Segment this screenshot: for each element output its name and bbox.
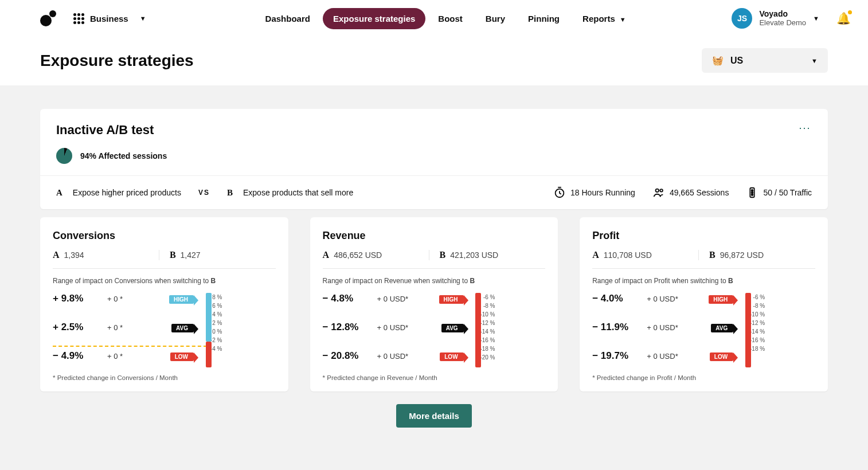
region-value: US [730,56,804,66]
low-tag: LOW [440,352,463,361]
avg-pred: + 0 USD* [377,323,432,332]
metrics-row: ConversionsA1,394B1,427Range of impact o… [40,217,828,391]
low-tag: LOW [170,352,194,361]
traffic-split: 50 / 50 Traffic [746,186,812,199]
low-pct: − 19.7% [592,350,647,362]
low-pred: + 0 USD* [377,352,432,361]
variant-b-value: 96,872 USD [720,250,764,260]
avg-pred: + 0 * [107,323,162,332]
variant-b-value: 1,427 [181,250,201,260]
avg-tag: AVG [441,324,464,332]
gauge [746,293,750,367]
footnote: * Predicted change in Profit / Month [592,374,815,381]
high-pct: + 9.8% [53,293,107,304]
footnote: * Predicted change in Revenue / Month [323,374,546,381]
nav-bury[interactable]: Bury [475,8,515,29]
high-pred: + 0 * [107,295,162,303]
ab-test-title: Inactive A/B test [56,123,167,138]
caret-down-icon: ▼ [811,57,818,64]
high-tag: HIGH [709,295,733,304]
low-pred: + 0 USD* [647,352,701,361]
variant-b-label: B [170,250,176,260]
avg-pct: − 11.9% [592,322,647,333]
sub-bar: Exposure strategies 🧺 US ▼ [0,37,868,86]
low-pct: − 20.8% [323,350,377,362]
avatar: JS [732,8,752,29]
footnote: * Predicted change in Conversions / Mont… [53,374,276,381]
high-pct: − 4.8% [323,293,377,304]
metric-title: Conversions [53,230,276,242]
top-bar: Business ▼ Dashboard Exposure strategies… [0,0,868,37]
high-tag: HIGH [439,295,464,304]
content: Inactive A/B test 94% Affected sessions … [0,86,868,470]
running-time: 18 Hours Running [553,186,635,199]
high-pred: + 0 USD* [377,295,432,303]
impact-label: Range of impact on Profit when switching… [592,277,815,285]
logo [40,10,56,26]
nav-dashboard[interactable]: Dashboard [255,8,320,29]
more-details-button[interactable]: More details [396,404,472,428]
nav-exposure-strategies[interactable]: Exposure strategies [323,8,425,29]
notifications-icon[interactable]: 🔔 [836,11,851,25]
page-title: Exposure strategies [40,52,194,70]
variant-b-label: B [440,250,446,260]
nav-pinning[interactable]: Pinning [518,8,570,29]
avg-tag: AVG [711,324,733,332]
user-text: Voyado Elevate Demo [759,10,806,27]
timer-icon [553,186,566,199]
user-env: Elevate Demo [759,19,806,27]
pie-icon [56,148,72,164]
impact-label: Range of impact on Revenue when switchin… [323,277,546,285]
business-selector[interactable]: Business ▼ [73,13,146,24]
more-menu-icon[interactable]: ⋮ [798,123,812,133]
high-tag: HIGH [169,295,194,304]
svg-point-2 [660,189,663,192]
high-pred: + 0 USD* [647,295,701,303]
impact-label: Range of impact on Conversions when swit… [53,277,276,285]
caret-down-icon: ▼ [620,16,626,23]
people-icon [652,186,665,199]
low-pct: − 4.9% [53,350,107,362]
variant-b-label: B [709,250,715,260]
apps-icon [73,13,84,24]
zero-line [53,346,207,347]
variant-a-value: 1,394 [64,250,84,260]
avg-tag: AVG [171,324,194,332]
variant-a-label: A [592,250,599,260]
user-org: Voyado [759,10,806,18]
gauge-scale: -6 %-8 %-10 %-12 %-14 %-16 %-18 %-20 % [480,293,495,362]
variant-a-label: A [323,250,330,260]
region-selector[interactable]: 🧺 US ▼ [702,48,828,73]
variant-a-value: 486,652 USD [334,250,382,260]
nav-reports[interactable]: Reports▼ [572,8,636,29]
gauge [476,293,480,367]
metric-card-conversions: ConversionsA1,394B1,427Range of impact o… [40,217,288,391]
low-pred: + 0 * [107,352,162,361]
svg-point-1 [655,189,659,193]
gauge-scale: 8 %6 %4 %2 %0 %-2 %-4 % [210,293,222,353]
business-label: Business [90,14,128,23]
ab-test-meta: AExpose higher priced products VS BExpos… [40,175,828,209]
avg-pred: + 0 USD* [647,323,701,332]
caret-down-icon: ▼ [140,15,146,22]
metric-card-profit: ProfitA110,708 USDB96,872 USDRange of im… [580,217,828,391]
metric-title: Profit [592,230,815,242]
user-menu[interactable]: JS Voyado Elevate Demo ▼ [732,8,819,29]
main-nav: Dashboard Exposure strategies Boost Bury… [255,8,636,29]
traffic-icon [746,186,758,199]
ab-test-card: Inactive A/B test 94% Affected sessions … [40,109,828,209]
variant-b-value: 421,203 USD [450,250,498,260]
avg-pct: − 12.8% [323,322,377,333]
high-pct: − 4.0% [592,293,647,304]
nav-boost[interactable]: Boost [428,8,473,29]
gauge [207,293,210,367]
svg-point-6 [752,194,753,195]
variant-a-label: A [56,188,62,198]
metric-card-revenue: RevenueA486,652 USDB421,203 USDRange of … [310,217,558,391]
vs-label: VS [198,189,210,197]
affected-sessions: 94% Affected sessions [80,151,167,160]
basket-icon: 🧺 [712,55,724,66]
variant-a-desc: Expose higher priced products [73,188,181,197]
metric-title: Revenue [323,230,546,242]
svg-point-5 [752,192,753,194]
